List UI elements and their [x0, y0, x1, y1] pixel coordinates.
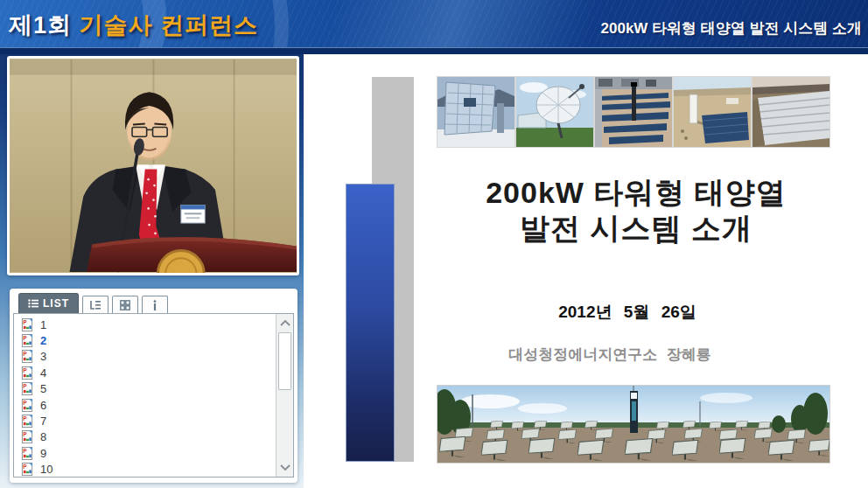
chevron-down-icon — [280, 464, 290, 471]
scroll-up-button[interactable] — [276, 316, 294, 331]
slide-file-icon — [21, 415, 34, 428]
photo-solar-tower-aerial — [674, 77, 751, 147]
playlist-item[interactable]: 8 — [21, 429, 275, 445]
playlist-item-label: 5 — [40, 382, 46, 395]
slide-file-icon — [21, 350, 34, 363]
tab-info[interactable] — [142, 296, 168, 313]
playlist-listbox: 1 2 3 4 5 6 7 — [13, 313, 294, 478]
scroll-down-button[interactable] — [276, 460, 294, 475]
playlist-item[interactable]: 5 — [21, 381, 275, 397]
slide-photo-strip — [438, 77, 830, 147]
slide-file-icon — [21, 366, 34, 380]
playlist-item-label: 7 — [40, 415, 46, 428]
list-icon — [28, 299, 38, 308]
name-badge — [181, 206, 205, 224]
event-title-main: 기술사 컨퍼런스 — [80, 12, 259, 38]
video-frame — [10, 59, 297, 273]
header-bottom-strip — [0, 47, 868, 54]
video-panel[interactable] — [7, 56, 299, 275]
slide-file-icon — [21, 463, 34, 476]
photo-mirror-field — [752, 77, 830, 147]
header-bar: 제1회 기술사 컨퍼런스 200kW 타워형 태양열 발전 시스템 소개 — [0, 0, 868, 54]
photo-heliostat-field-aerial — [595, 77, 672, 147]
playlist-item-label: 3 — [40, 350, 46, 363]
slide-file-icon — [21, 430, 34, 443]
playlist-item-label: 6 — [40, 399, 46, 412]
slide-file-icon — [21, 382, 34, 395]
playlist-item[interactable]: 3 — [21, 349, 275, 365]
playlist-item-label: 8 — [40, 430, 46, 443]
slide-decoration-blue-bar — [346, 184, 395, 462]
playlist-tabs: LIST — [18, 293, 168, 313]
slide-file-icon — [21, 334, 34, 347]
chevron-up-icon — [280, 320, 290, 326]
playlist-panel: LIST 1 2 3 4 — [10, 289, 298, 483]
playlist-items: 1 2 3 4 5 6 7 — [14, 314, 275, 477]
info-icon — [152, 300, 158, 310]
slide-author: 대성청정에너지연구소 장혜룡 — [400, 345, 820, 365]
slide-title: 200kW 타워형 태양열 발전 시스템 소개 — [417, 175, 855, 247]
playlist-item[interactable]: 2 — [21, 332, 275, 348]
solar-tower — [630, 386, 638, 433]
playlist-item[interactable]: 10 — [21, 462, 275, 478]
slide-panorama-photo — [438, 386, 830, 463]
memo-icon — [89, 300, 102, 310]
photo-solar-furnace-building — [438, 77, 514, 147]
event-title-prefix: 제1회 — [9, 12, 72, 38]
podium — [87, 237, 297, 273]
slide-title-line1: 200kW 타워형 태양열 — [417, 175, 855, 211]
tab-thumbnails[interactable] — [112, 296, 138, 313]
playlist-item[interactable]: 1 — [21, 317, 275, 332]
playlist-item[interactable]: 7 — [21, 413, 275, 429]
photo-parabolic-dish — [516, 77, 593, 147]
event-title: 제1회 기술사 컨퍼런스 — [9, 10, 258, 41]
slide-file-icon — [21, 318, 34, 331]
playlist-item[interactable]: 9 — [21, 445, 275, 461]
playlist-item-label: 2 — [40, 334, 46, 347]
slide-title-line2: 발전 시스템 소개 — [417, 211, 855, 247]
scrollbar-thumb[interactable] — [278, 332, 291, 390]
slide-file-icon — [21, 399, 34, 412]
playlist-item-label: 1 — [40, 318, 46, 331]
slide-file-icon — [21, 447, 34, 460]
playlist-item-label: 10 — [40, 463, 52, 476]
slide-view: 200kW 타워형 태양열 발전 시스템 소개 2012년 5월 26일 대성청… — [304, 54, 868, 488]
playlist-item[interactable]: 4 — [21, 365, 275, 380]
tab-list[interactable]: LIST — [18, 293, 79, 313]
playlist-item-label: 9 — [40, 447, 46, 460]
playlist-item-label: 4 — [40, 366, 46, 380]
grid-icon — [120, 300, 130, 310]
presenter-video-still — [10, 59, 297, 273]
playlist-scrollbar[interactable] — [276, 314, 293, 477]
playlist-item[interactable]: 6 — [21, 397, 275, 413]
slide-date: 2012년 5월 26일 — [417, 301, 837, 324]
tab-list-label: LIST — [43, 297, 69, 310]
lecture-title: 200kW 타워형 태양열 발전 시스템 소개 — [601, 18, 862, 38]
tab-memo[interactable] — [82, 296, 108, 313]
